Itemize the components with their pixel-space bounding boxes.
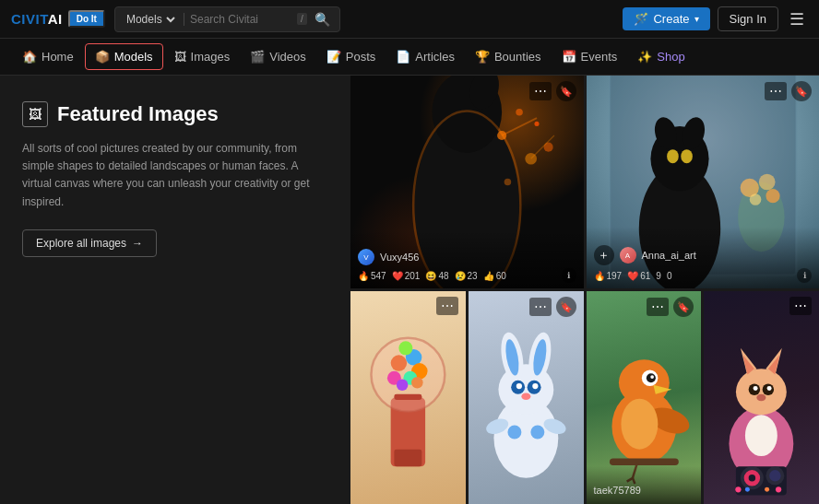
svg-point-34 — [411, 377, 422, 388]
panther-card-more-button[interactable]: ⋯ — [529, 82, 552, 100]
wand-icon: 🪄 — [634, 12, 648, 26]
signin-button[interactable]: Sign In — [718, 6, 778, 31]
panther-card-top-overlay: ⋯ 🔖 — [529, 81, 576, 101]
cat-fire-icon: 🔥 — [594, 271, 605, 281]
featured-description: All sorts of cool pictures created by ou… — [22, 140, 328, 211]
bird-card-bookmark-button[interactable]: 🔖 — [673, 297, 694, 317]
svg-point-30 — [411, 363, 427, 379]
cat-heart-icon: ❤️ — [627, 271, 638, 281]
panther-user-row: V Vuxy456 — [358, 249, 576, 265]
svg-point-39 — [525, 331, 554, 384]
nav-item-home[interactable]: 🏠 Home — [13, 44, 83, 69]
svg-point-84 — [776, 486, 781, 492]
svg-point-56 — [650, 375, 654, 379]
svg-point-16 — [679, 114, 707, 151]
panther-avatar: V — [358, 249, 374, 265]
svg-point-70 — [763, 384, 774, 395]
create-button[interactable]: 🪄 Create ▾ — [623, 7, 709, 30]
nav-item-models[interactable]: 📦 Models — [85, 43, 163, 70]
search-submit-button[interactable]: 🔍 — [313, 10, 332, 29]
navbar: 🏠 Home 📦 Models 🖼 Images 🎬 Videos 📝 Post… — [0, 39, 819, 76]
image-card-bird[interactable]: ⋯ 🔖 taek75789 — [587, 291, 702, 504]
logo-area: CIVITAI Do It — [11, 10, 105, 28]
images-icon: 🖼 — [174, 50, 186, 64]
cat-stats: 🔥 197 ❤️ 61 9 0 ℹ — [594, 268, 813, 283]
nav-item-videos[interactable]: 🎬 Videos — [241, 44, 315, 69]
image-card-pokemon[interactable]: ⋯ 🔖 — [469, 291, 584, 504]
search-input[interactable] — [190, 13, 291, 26]
svg-point-5 — [525, 153, 537, 165]
nav-item-articles[interactable]: 📄 Articles — [386, 44, 464, 69]
svg-point-51 — [611, 390, 676, 463]
explore-all-images-button[interactable]: Explore all images → — [22, 229, 157, 257]
fox-card-top-overlay: ⋯ — [789, 297, 812, 315]
svg-point-82 — [745, 487, 750, 492]
featured-title: Featured Images — [57, 102, 219, 126]
svg-line-9 — [502, 118, 537, 135]
svg-point-37 — [498, 364, 553, 415]
panther-stat-heart: ❤️ 201 — [392, 271, 421, 281]
cat-count1: 9 — [656, 271, 661, 281]
fox-card-more-button[interactable]: ⋯ — [789, 297, 812, 315]
cat-card-more-button[interactable]: ⋯ — [765, 82, 787, 100]
nav-label-shop: Shop — [657, 50, 684, 64]
svg-point-71 — [754, 386, 758, 391]
svg-point-6 — [534, 122, 539, 126]
cat-info-button[interactable]: ℹ — [797, 268, 812, 283]
nav-item-events[interactable]: 📅 Events — [552, 44, 627, 69]
panther-stat-fire: 🔥 547 — [358, 271, 386, 281]
svg-point-28 — [406, 349, 421, 365]
image-card-panther[interactable]: ⋯ 🔖 V Vuxy456 🔥 547 — [350, 76, 584, 288]
cat-fire-count: 197 — [607, 271, 623, 281]
image-card-cat[interactable]: ⋯ 🔖 ＋ A Anna_ai_art 🔥 197 — [587, 76, 820, 288]
svg-point-48 — [530, 425, 544, 439]
panther-thumbsup-count: 60 — [496, 271, 506, 281]
cat-stat-fire: 🔥 197 — [594, 271, 623, 281]
bird-card-bottom-overlay: taek75789 — [587, 466, 702, 504]
nav-item-images[interactable]: 🖼 Images — [165, 44, 240, 69]
posts-icon: 📝 — [326, 50, 341, 64]
cat-card-bookmark-button[interactable]: 🔖 — [791, 81, 812, 101]
gumball-card-more-button[interactable]: ⋯ — [436, 297, 458, 315]
bird-card-more-button[interactable]: ⋯ — [647, 298, 669, 316]
home-icon: 🏠 — [22, 50, 37, 64]
nav-item-bounties[interactable]: 🏆 Bounties — [466, 44, 551, 69]
svg-point-79 — [766, 466, 785, 485]
heart-icon: ❤️ — [392, 271, 403, 281]
svg-point-47 — [507, 425, 521, 439]
svg-point-15 — [651, 114, 680, 151]
svg-point-83 — [765, 487, 769, 492]
pokemon-card-bookmark-button[interactable]: 🔖 — [556, 297, 576, 317]
fire-icon: 🔥 — [358, 271, 369, 281]
svg-point-17 — [667, 149, 679, 163]
panther-card-bookmark-button[interactable]: 🔖 — [556, 81, 576, 101]
panther-stat-laugh: 😆 48 — [425, 271, 448, 281]
panther-info-button[interactable]: ℹ — [562, 268, 576, 283]
panther-laugh-count: 48 — [438, 271, 448, 281]
svg-point-7 — [504, 179, 512, 186]
panther-sad-count: 23 — [468, 271, 478, 281]
panther-username: Vuxy456 — [380, 252, 419, 263]
svg-point-4 — [516, 109, 523, 116]
pokemon-card-more-button[interactable]: ⋯ — [529, 298, 552, 316]
do-it-badge[interactable]: Do It — [68, 10, 105, 28]
svg-point-21 — [758, 174, 775, 191]
left-panel: 🖼 Featured Images All sorts of cool pict… — [0, 76, 350, 504]
svg-point-14 — [650, 126, 708, 192]
articles-icon: 📄 — [396, 50, 410, 64]
svg-point-55 — [646, 373, 655, 382]
svg-point-54 — [641, 370, 657, 386]
menu-button[interactable]: ☰ — [786, 6, 808, 33]
cat-stat-num1: 9 — [656, 271, 661, 281]
svg-point-43 — [527, 381, 540, 394]
cat-stat-heart: ❤️ 61 — [627, 271, 650, 281]
svg-rect-25 — [394, 450, 421, 467]
cat-follow-button[interactable]: ＋ — [594, 245, 614, 265]
nav-item-shop[interactable]: ✨ Shop — [628, 44, 694, 69]
image-card-gumball[interactable]: ⋯ — [350, 291, 466, 504]
panther-fire-count: 547 — [371, 271, 386, 281]
svg-point-44 — [516, 383, 522, 389]
search-type-select[interactable]: Models Images Users — [123, 12, 178, 27]
nav-item-posts[interactable]: 📝 Posts — [317, 44, 386, 69]
image-card-fox[interactable]: ⋯ — [704, 291, 819, 504]
